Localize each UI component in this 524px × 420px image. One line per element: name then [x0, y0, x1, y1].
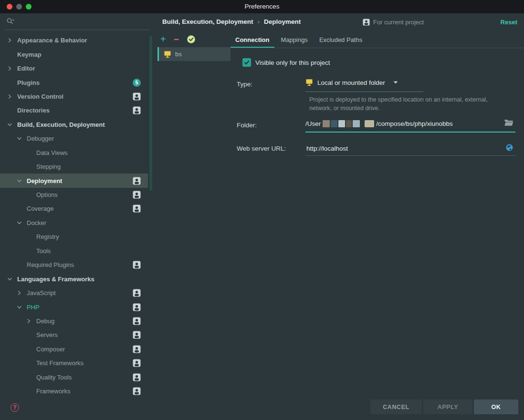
chevron-right-icon[interactable] — [8, 66, 17, 71]
server-icon — [164, 51, 171, 58]
sidebar-item-label: Composer — [36, 346, 65, 353]
person-icon — [133, 317, 141, 325]
help-icon[interactable]: ? — [10, 403, 19, 412]
sidebar-item-tools[interactable]: Tools — [0, 244, 148, 258]
sidebar-item-test-frameworks[interactable]: Test Frameworks — [0, 356, 148, 370]
person-icon — [133, 373, 141, 381]
tab-connection[interactable]: Connection — [231, 33, 274, 48]
settings-sidebar: Appearance & BehaviorKeymapEditorPlugins… — [0, 13, 153, 420]
search-icon — [6, 17, 15, 25]
sidebar-item-composer[interactable]: Composer — [0, 342, 148, 356]
visible-only-label[interactable]: Visible only for this project — [255, 59, 330, 66]
person-icon — [133, 261, 141, 269]
dialog-footer: CANCELAPPLYOK — [370, 400, 518, 414]
tab-excluded-paths[interactable]: Excluded Paths — [314, 33, 367, 48]
chevron-down-icon[interactable] — [17, 221, 27, 225]
add-server-button[interactable]: + — [160, 34, 166, 44]
sidebar-item-appearance-behavior[interactable]: Appearance & Behavior — [0, 33, 148, 47]
url-field-underline — [305, 155, 515, 156]
sidebar-item-version-control[interactable]: Version Control — [0, 90, 148, 103]
cancel-button[interactable]: CANCEL — [370, 400, 422, 414]
sidebar-item-editor[interactable]: Editor — [0, 61, 148, 75]
chevron-down-icon[interactable] — [17, 179, 27, 183]
type-description: Project is deployed to the specified loc… — [309, 95, 492, 113]
tab-mappings[interactable]: Mappings — [276, 33, 313, 48]
chevron-down-icon[interactable] — [8, 123, 17, 127]
chevron-down-icon[interactable] — [8, 277, 17, 281]
check-icon — [243, 59, 250, 66]
server-list-item-bs[interactable]: bs — [157, 47, 231, 61]
chevron-right-icon[interactable] — [17, 291, 27, 295]
person-icon — [133, 387, 141, 395]
use-as-default-button[interactable] — [187, 35, 196, 44]
chevron-down-icon[interactable] — [17, 305, 27, 309]
sidebar-item-label: Required Plugins — [27, 261, 74, 268]
chevron-right-icon[interactable] — [8, 94, 17, 99]
sidebar-scrollbar[interactable] — [149, 36, 152, 191]
sidebar-item-label: PHP — [27, 304, 40, 311]
sidebar-item-directories[interactable]: Directories — [0, 103, 148, 117]
sidebar-item-stepping[interactable]: Stepping — [0, 160, 148, 174]
reset-link[interactable]: Reset — [501, 19, 517, 26]
settings-search-input[interactable] — [0, 13, 153, 30]
chevron-down-icon — [393, 81, 398, 84]
sidebar-item-label: Servers — [36, 331, 58, 338]
server-name: bs — [175, 51, 182, 58]
person-icon — [363, 19, 370, 26]
web-server-url-input[interactable]: http://localhost — [306, 145, 348, 152]
sidebar-item-deployment[interactable]: Deployment — [0, 174, 148, 187]
sidebar-item-plugins[interactable]: Plugins5 — [0, 75, 148, 89]
person-icon — [133, 191, 141, 199]
folder-label: Folder: — [237, 122, 257, 129]
sidebar-item-docker[interactable]: Docker — [0, 216, 148, 230]
browse-folder-button[interactable] — [504, 119, 514, 126]
redacted-path-segment — [323, 120, 374, 127]
server-list-toolbar: + − — [160, 33, 196, 45]
chevron-down-icon[interactable] — [17, 136, 27, 141]
folder-path-prefix: /User — [305, 120, 321, 127]
folder-input[interactable]: /User /compose/bs/php/xiunobbs — [305, 120, 453, 127]
sidebar-item-debugger[interactable]: Debugger — [0, 132, 148, 145]
breadcrumb-parent[interactable]: Build, Execution, Deployment — [162, 18, 253, 25]
sidebar-item-registry[interactable]: Registry — [0, 230, 148, 244]
chevron-right-icon[interactable] — [8, 38, 17, 42]
open-url-button[interactable] — [506, 144, 513, 151]
person-icon — [133, 289, 141, 297]
person-icon — [133, 345, 141, 353]
sidebar-item-label: Frameworks — [36, 388, 71, 395]
sidebar-item-quality-tools[interactable]: Quality Tools — [0, 370, 148, 384]
sidebar-item-label: Options — [36, 191, 58, 198]
type-dropdown[interactable]: Local or mounted folder — [305, 79, 398, 86]
breadcrumb: Build, Execution, Deployment › Deploymen… — [162, 18, 301, 25]
sidebar-item-languages-frameworks[interactable]: Languages & Frameworks — [0, 272, 148, 286]
sidebar-item-label: Version Control — [17, 93, 63, 100]
sidebar-item-debug[interactable]: Debug — [0, 314, 148, 328]
sidebar-item-data-views[interactable]: Data Views — [0, 146, 148, 160]
sidebar-item-label: Directories — [17, 107, 50, 114]
sidebar-item-label: Tools — [36, 247, 51, 255]
sidebar-item-label: Plugins — [17, 79, 40, 86]
visible-only-checkbox[interactable] — [242, 58, 251, 67]
sidebar-item-php[interactable]: PHP — [0, 300, 148, 314]
sidebar-item-coverage[interactable]: Coverage — [0, 202, 148, 215]
ok-button[interactable]: OK — [474, 400, 518, 414]
type-value: Local or mounted folder — [317, 79, 385, 86]
sidebar-item-options[interactable]: Options — [0, 188, 148, 202]
apply-button[interactable]: APPLY — [423, 400, 472, 414]
sidebar-item-label: Test Frameworks — [36, 359, 84, 367]
sidebar-item-keymap[interactable]: Keymap — [0, 47, 148, 61]
person-icon — [133, 303, 141, 311]
remove-server-button[interactable]: − — [174, 35, 179, 44]
person-icon — [133, 205, 141, 213]
sidebar-item-label: Data Views — [36, 149, 68, 156]
sidebar-item-build-execution-deployment[interactable]: Build, Execution, Deployment — [0, 118, 148, 132]
sidebar-item-required-plugins[interactable]: Required Plugins — [0, 258, 148, 272]
sidebar-item-label: Appearance & Behavior — [17, 37, 87, 44]
sidebar-item-javascript[interactable]: JavaScript — [0, 286, 148, 300]
sidebar-item-servers[interactable]: Servers — [0, 328, 148, 342]
sidebar-item-frameworks[interactable]: Frameworks — [0, 384, 148, 398]
chevron-right-icon[interactable] — [27, 319, 36, 323]
sidebar-item-label: Stepping — [36, 163, 61, 170]
folder-icon — [504, 119, 514, 126]
folder-path-suffix: /compose/bs/php/xiunobbs — [376, 120, 453, 127]
